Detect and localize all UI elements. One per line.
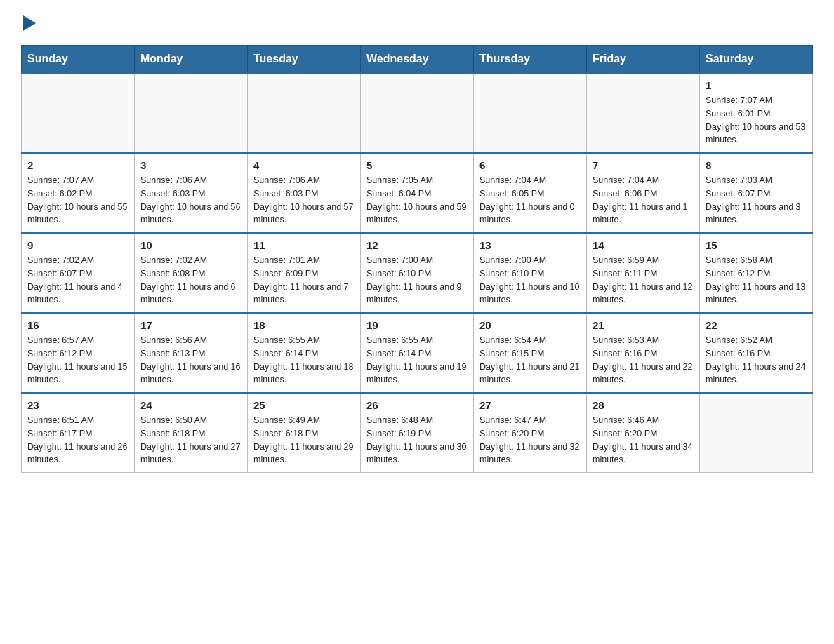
calendar-cell: 26Sunrise: 6:48 AMSunset: 6:19 PMDayligh… xyxy=(361,393,474,473)
calendar-cell: 6Sunrise: 7:04 AMSunset: 6:05 PMDaylight… xyxy=(474,153,587,233)
day-info: Sunrise: 6:54 AMSunset: 6:15 PMDaylight:… xyxy=(479,334,581,387)
day-number: 13 xyxy=(479,239,581,251)
calendar-cell: 17Sunrise: 6:56 AMSunset: 6:13 PMDayligh… xyxy=(135,313,248,393)
day-number: 23 xyxy=(27,399,128,411)
calendar-cell: 13Sunrise: 7:00 AMSunset: 6:10 PMDayligh… xyxy=(474,233,587,313)
calendar-cell xyxy=(135,73,248,153)
calendar-cell: 10Sunrise: 7:02 AMSunset: 6:08 PMDayligh… xyxy=(135,233,248,313)
calendar-cell: 24Sunrise: 6:50 AMSunset: 6:18 PMDayligh… xyxy=(135,393,248,473)
calendar-week-row: 1Sunrise: 7:07 AMSunset: 6:01 PMDaylight… xyxy=(22,73,813,153)
calendar-cell: 23Sunrise: 6:51 AMSunset: 6:17 PMDayligh… xyxy=(22,393,135,473)
calendar-cell: 12Sunrise: 7:00 AMSunset: 6:10 PMDayligh… xyxy=(361,233,474,313)
weekday-header-wednesday: Wednesday xyxy=(361,46,474,74)
day-number: 26 xyxy=(366,399,468,411)
day-info: Sunrise: 7:05 AMSunset: 6:04 PMDaylight:… xyxy=(366,174,468,227)
calendar-week-row: 23Sunrise: 6:51 AMSunset: 6:17 PMDayligh… xyxy=(22,393,813,473)
calendar-cell: 7Sunrise: 7:04 AMSunset: 6:06 PMDaylight… xyxy=(587,153,700,233)
weekday-header-friday: Friday xyxy=(587,46,700,74)
day-info: Sunrise: 6:53 AMSunset: 6:16 PMDaylight:… xyxy=(593,334,694,387)
day-number: 2 xyxy=(27,159,128,171)
day-number: 15 xyxy=(706,239,807,251)
day-info: Sunrise: 7:04 AMSunset: 6:05 PMDaylight:… xyxy=(479,174,581,227)
weekday-header-row: SundayMondayTuesdayWednesdayThursdayFrid… xyxy=(22,46,813,74)
day-info: Sunrise: 7:03 AMSunset: 6:07 PMDaylight:… xyxy=(706,174,807,227)
calendar-cell xyxy=(22,73,135,153)
calendar-cell xyxy=(474,73,587,153)
day-info: Sunrise: 7:04 AMSunset: 6:06 PMDaylight:… xyxy=(593,174,694,227)
day-info: Sunrise: 7:01 AMSunset: 6:09 PMDaylight:… xyxy=(253,254,355,307)
day-info: Sunrise: 7:06 AMSunset: 6:03 PMDaylight:… xyxy=(140,174,241,227)
day-info: Sunrise: 7:06 AMSunset: 6:03 PMDaylight:… xyxy=(253,174,355,227)
day-info: Sunrise: 7:07 AMSunset: 6:02 PMDaylight:… xyxy=(27,174,128,227)
calendar-cell xyxy=(587,73,700,153)
calendar-cell: 14Sunrise: 6:59 AMSunset: 6:11 PMDayligh… xyxy=(587,233,700,313)
day-number: 21 xyxy=(593,319,694,331)
day-number: 17 xyxy=(140,319,241,331)
day-number: 20 xyxy=(479,319,581,331)
calendar-week-row: 9Sunrise: 7:02 AMSunset: 6:07 PMDaylight… xyxy=(22,233,813,313)
day-info: Sunrise: 6:59 AMSunset: 6:11 PMDaylight:… xyxy=(593,254,694,307)
calendar-cell: 20Sunrise: 6:54 AMSunset: 6:15 PMDayligh… xyxy=(474,313,587,393)
day-number: 7 xyxy=(593,159,694,171)
day-number: 28 xyxy=(593,399,694,411)
day-info: Sunrise: 6:55 AMSunset: 6:14 PMDaylight:… xyxy=(366,334,468,387)
day-info: Sunrise: 7:02 AMSunset: 6:07 PMDaylight:… xyxy=(27,254,128,307)
calendar-cell: 28Sunrise: 6:46 AMSunset: 6:20 PMDayligh… xyxy=(587,393,700,473)
calendar-cell: 11Sunrise: 7:01 AMSunset: 6:09 PMDayligh… xyxy=(248,233,361,313)
weekday-header-saturday: Saturday xyxy=(700,46,813,74)
day-number: 9 xyxy=(27,239,128,251)
day-info: Sunrise: 6:47 AMSunset: 6:20 PMDaylight:… xyxy=(479,414,581,467)
weekday-header-thursday: Thursday xyxy=(474,46,587,74)
day-number: 25 xyxy=(253,399,355,411)
day-info: Sunrise: 6:58 AMSunset: 6:12 PMDaylight:… xyxy=(706,254,807,307)
day-number: 12 xyxy=(366,239,468,251)
calendar-cell: 16Sunrise: 6:57 AMSunset: 6:12 PMDayligh… xyxy=(22,313,135,393)
day-info: Sunrise: 6:49 AMSunset: 6:18 PMDaylight:… xyxy=(253,414,355,467)
calendar-cell: 22Sunrise: 6:52 AMSunset: 6:16 PMDayligh… xyxy=(700,313,813,393)
day-info: Sunrise: 6:51 AMSunset: 6:17 PMDaylight:… xyxy=(27,414,128,467)
calendar-cell: 19Sunrise: 6:55 AMSunset: 6:14 PMDayligh… xyxy=(361,313,474,393)
day-info: Sunrise: 7:00 AMSunset: 6:10 PMDaylight:… xyxy=(366,254,468,307)
weekday-header-monday: Monday xyxy=(135,46,248,74)
calendar-week-row: 2Sunrise: 7:07 AMSunset: 6:02 PMDaylight… xyxy=(22,153,813,233)
day-info: Sunrise: 6:50 AMSunset: 6:18 PMDaylight:… xyxy=(140,414,241,467)
calendar-table: SundayMondayTuesdayWednesdayThursdayFrid… xyxy=(21,45,813,473)
day-number: 1 xyxy=(706,79,807,91)
calendar-cell xyxy=(248,73,361,153)
day-number: 8 xyxy=(706,159,807,171)
calendar-cell xyxy=(700,393,813,473)
page-header xyxy=(21,14,813,31)
day-info: Sunrise: 6:55 AMSunset: 6:14 PMDaylight:… xyxy=(253,334,355,387)
calendar-week-row: 16Sunrise: 6:57 AMSunset: 6:12 PMDayligh… xyxy=(22,313,813,393)
calendar-cell: 3Sunrise: 7:06 AMSunset: 6:03 PMDaylight… xyxy=(135,153,248,233)
day-number: 24 xyxy=(140,399,241,411)
calendar-cell: 1Sunrise: 7:07 AMSunset: 6:01 PMDaylight… xyxy=(700,73,813,153)
calendar-cell: 21Sunrise: 6:53 AMSunset: 6:16 PMDayligh… xyxy=(587,313,700,393)
logo xyxy=(21,14,36,31)
calendar-cell: 9Sunrise: 7:02 AMSunset: 6:07 PMDaylight… xyxy=(22,233,135,313)
svg-marker-0 xyxy=(23,15,36,31)
day-info: Sunrise: 6:52 AMSunset: 6:16 PMDaylight:… xyxy=(706,334,807,387)
day-info: Sunrise: 6:57 AMSunset: 6:12 PMDaylight:… xyxy=(27,334,128,387)
day-info: Sunrise: 7:02 AMSunset: 6:08 PMDaylight:… xyxy=(140,254,241,307)
logo-arrow-icon xyxy=(23,15,36,34)
day-number: 22 xyxy=(706,319,807,331)
day-number: 16 xyxy=(27,319,128,331)
calendar-cell: 2Sunrise: 7:07 AMSunset: 6:02 PMDaylight… xyxy=(22,153,135,233)
day-number: 6 xyxy=(479,159,581,171)
day-info: Sunrise: 6:46 AMSunset: 6:20 PMDaylight:… xyxy=(593,414,694,467)
day-info: Sunrise: 7:07 AMSunset: 6:01 PMDaylight:… xyxy=(706,94,807,147)
day-info: Sunrise: 7:00 AMSunset: 6:10 PMDaylight:… xyxy=(479,254,581,307)
calendar-cell xyxy=(361,73,474,153)
day-number: 18 xyxy=(253,319,355,331)
calendar-cell: 25Sunrise: 6:49 AMSunset: 6:18 PMDayligh… xyxy=(248,393,361,473)
day-number: 19 xyxy=(366,319,468,331)
day-info: Sunrise: 6:48 AMSunset: 6:19 PMDaylight:… xyxy=(366,414,468,467)
weekday-header-tuesday: Tuesday xyxy=(248,46,361,74)
calendar-cell: 4Sunrise: 7:06 AMSunset: 6:03 PMDaylight… xyxy=(248,153,361,233)
day-number: 4 xyxy=(253,159,355,171)
calendar-cell: 27Sunrise: 6:47 AMSunset: 6:20 PMDayligh… xyxy=(474,393,587,473)
calendar-cell: 8Sunrise: 7:03 AMSunset: 6:07 PMDaylight… xyxy=(700,153,813,233)
day-number: 3 xyxy=(140,159,241,171)
calendar-cell: 18Sunrise: 6:55 AMSunset: 6:14 PMDayligh… xyxy=(248,313,361,393)
